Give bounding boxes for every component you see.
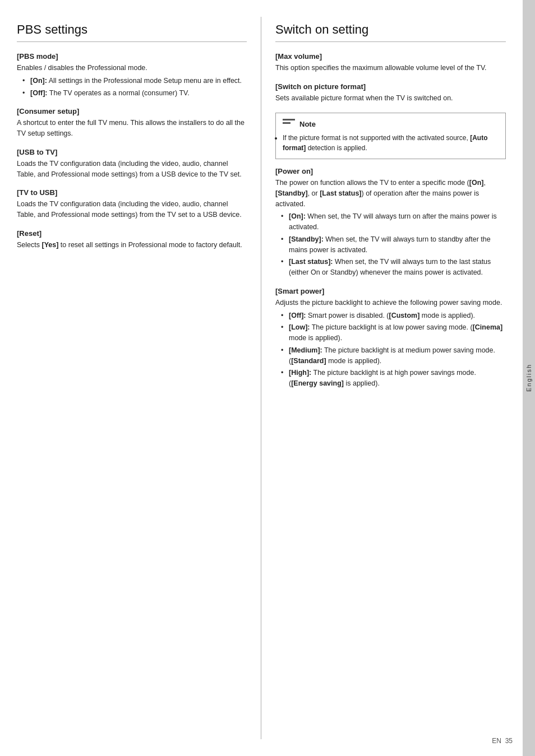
- right-column: Switch on setting [Max volume] This opti…: [261, 17, 506, 739]
- smart-power-body: Adjusts the picture backlight to achieve…: [275, 298, 506, 389]
- list-item: [Low]: The picture backlight is at low p…: [281, 322, 506, 344]
- right-title: Switch on setting: [275, 22, 506, 42]
- max-volume-body: This option specifies the maximum allowa…: [275, 63, 506, 73]
- power-on-body: The power on function allows the TV to e…: [275, 178, 506, 278]
- tv-to-usb-heading: [TV to USB]: [17, 188, 247, 197]
- list-item: [Standby]: When set, the TV will always …: [281, 234, 506, 256]
- list-item: [Off]: Smart power is disabled. ([Custom…: [281, 310, 506, 321]
- tv-to-usb-body: Loads the TV configuration data (includi…: [17, 199, 247, 220]
- left-title: PBS settings: [17, 22, 247, 42]
- content: PBS settings [PBS mode] Enables / disabl…: [0, 0, 523, 756]
- usb-to-tv-body: Loads the TV configuration data (includi…: [17, 159, 247, 180]
- page-prefix: EN: [492, 737, 501, 745]
- list-item: If the picture format is not supported w…: [283, 133, 499, 153]
- section-pbs-mode: [PBS mode] Enables / disables the Profes…: [17, 52, 247, 98]
- section-smart-power: [Smart power] Adjusts the picture backli…: [275, 287, 506, 389]
- list-item: [Last status]: When set, the TV will alw…: [281, 257, 506, 278]
- note-box: Note If the picture format is not suppor…: [275, 113, 506, 160]
- list-item: [On]: All settings in the Professional m…: [22, 76, 247, 86]
- note-icon: [283, 119, 295, 129]
- smart-power-heading: [Smart power]: [275, 287, 506, 295]
- usb-to-tv-heading: [USB to TV]: [17, 148, 247, 156]
- section-power-on: [Power on] The power on function allows …: [275, 167, 506, 278]
- section-switch-on-picture: [Switch on picture format] Sets availabl…: [275, 82, 506, 104]
- switch-on-picture-heading: [Switch on picture format]: [275, 82, 506, 91]
- max-volume-heading: [Max volume]: [275, 52, 506, 61]
- consumer-setup-heading: [Consumer setup]: [17, 107, 247, 115]
- left-column: PBS settings [PBS mode] Enables / disabl…: [17, 17, 261, 739]
- list-item: [High]: The picture backlight is at high…: [281, 368, 506, 389]
- side-tab: English: [523, 0, 535, 756]
- power-on-list: [On]: When set, the TV will always turn …: [275, 211, 506, 278]
- section-tv-to-usb: [TV to USB] Loads the TV configuration d…: [17, 188, 247, 220]
- page: PBS settings [PBS mode] Enables / disabl…: [0, 0, 535, 756]
- section-max-volume: [Max volume] This option specifies the m…: [275, 52, 506, 73]
- page-number: 35: [505, 737, 513, 745]
- smart-power-list: [Off]: Smart power is disabled. ([Custom…: [275, 310, 506, 389]
- reset-body: Selects [Yes] to reset all settings in P…: [17, 240, 247, 251]
- switch-on-picture-body: Sets available picture format when the T…: [275, 93, 506, 104]
- section-reset: [Reset] Selects [Yes] to reset all setti…: [17, 229, 247, 251]
- pbs-mode-body: Enables / disables the Professional mode…: [17, 63, 247, 98]
- language-label: English: [525, 364, 532, 392]
- note-list: If the picture format is not supported w…: [283, 133, 499, 153]
- footer: EN 35: [492, 737, 513, 745]
- list-item: [Medium]: The picture backlight is at me…: [281, 345, 506, 367]
- power-on-heading: [Power on]: [275, 167, 506, 175]
- list-item: [Off]: The TV operates as a normal (cons…: [22, 88, 247, 99]
- note-label: Note: [299, 119, 316, 130]
- list-item: [On]: When set, the TV will always turn …: [281, 211, 506, 233]
- consumer-setup-body: A shortcut to enter the full TV menu. Th…: [17, 118, 247, 139]
- pbs-mode-heading: [PBS mode]: [17, 52, 247, 61]
- section-consumer-setup: [Consumer setup] A shortcut to enter the…: [17, 107, 247, 139]
- reset-heading: [Reset]: [17, 229, 247, 238]
- pbs-mode-list: [On]: All settings in the Professional m…: [17, 76, 247, 99]
- note-header: Note: [283, 119, 499, 130]
- section-usb-to-tv: [USB to TV] Loads the TV configuration d…: [17, 148, 247, 180]
